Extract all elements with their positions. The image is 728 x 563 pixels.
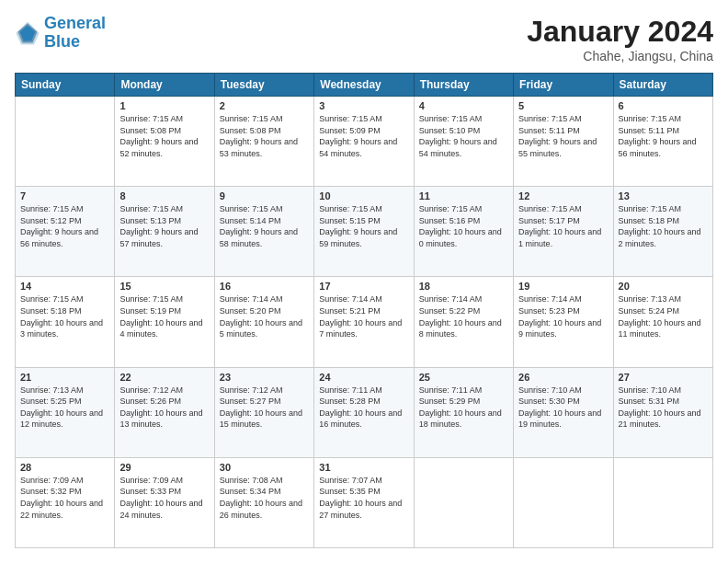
day-cell: 3Sunrise: 7:15 AMSunset: 5:09 PMDaylight…	[314, 97, 414, 187]
day-cell: 6Sunrise: 7:15 AMSunset: 5:11 PMDaylight…	[613, 97, 712, 187]
day-cell: 21Sunrise: 7:13 AMSunset: 5:25 PMDayligh…	[16, 367, 115, 457]
day-number: 18	[419, 281, 508, 292]
day-number: 26	[518, 372, 608, 383]
day-cell: 17Sunrise: 7:14 AMSunset: 5:21 PMDayligh…	[314, 277, 414, 367]
day-cell: 22Sunrise: 7:12 AMSunset: 5:26 PMDayligh…	[115, 367, 214, 457]
week-row-5: 28Sunrise: 7:09 AMSunset: 5:32 PMDayligh…	[16, 457, 713, 547]
day-cell	[514, 457, 613, 547]
logo-text: General Blue	[44, 15, 106, 52]
day-info: Sunrise: 7:13 AMSunset: 5:24 PMDaylight:…	[619, 293, 708, 339]
col-sunday: Sunday	[16, 74, 115, 97]
day-number: 15	[119, 281, 209, 292]
day-info: Sunrise: 7:15 AMSunset: 5:13 PMDaylight:…	[119, 203, 209, 249]
week-row-3: 14Sunrise: 7:15 AMSunset: 5:18 PMDayligh…	[16, 277, 713, 367]
day-number: 4	[419, 100, 508, 111]
day-cell: 9Sunrise: 7:15 AMSunset: 5:14 PMDaylight…	[214, 187, 313, 277]
day-info: Sunrise: 7:15 AMSunset: 5:11 PMDaylight:…	[619, 113, 708, 159]
day-number: 13	[619, 190, 708, 201]
logo: General Blue	[15, 15, 106, 52]
day-cell: 30Sunrise: 7:08 AMSunset: 5:34 PMDayligh…	[214, 457, 313, 547]
day-info: Sunrise: 7:11 AMSunset: 5:29 PMDaylight:…	[419, 385, 508, 431]
day-number: 17	[319, 281, 408, 292]
day-info: Sunrise: 7:12 AMSunset: 5:27 PMDaylight:…	[220, 385, 309, 431]
logo-general: General	[44, 14, 106, 32]
day-cell: 18Sunrise: 7:14 AMSunset: 5:22 PMDayligh…	[414, 277, 513, 367]
day-info: Sunrise: 7:11 AMSunset: 5:28 PMDaylight:…	[319, 385, 408, 431]
day-number: 31	[319, 462, 408, 473]
day-number: 21	[20, 372, 109, 383]
calendar-table: Sunday Monday Tuesday Wednesday Thursday…	[15, 73, 713, 548]
day-info: Sunrise: 7:15 AMSunset: 5:15 PMDaylight:…	[319, 203, 408, 249]
day-info: Sunrise: 7:14 AMSunset: 5:20 PMDaylight:…	[220, 293, 309, 339]
day-cell: 2Sunrise: 7:15 AMSunset: 5:08 PMDaylight…	[214, 97, 313, 187]
day-number: 1	[119, 100, 209, 111]
day-cell: 23Sunrise: 7:12 AMSunset: 5:27 PMDayligh…	[214, 367, 313, 457]
day-cell: 16Sunrise: 7:14 AMSunset: 5:20 PMDayligh…	[214, 277, 313, 367]
title-area: January 2024 Chahe, Jiangsu, China	[527, 15, 713, 63]
location: Chahe, Jiangsu, China	[527, 49, 713, 63]
day-info: Sunrise: 7:13 AMSunset: 5:25 PMDaylight:…	[20, 385, 109, 431]
day-number: 29	[119, 462, 209, 473]
day-cell: 10Sunrise: 7:15 AMSunset: 5:15 PMDayligh…	[314, 187, 414, 277]
day-number: 3	[319, 100, 408, 111]
week-row-4: 21Sunrise: 7:13 AMSunset: 5:25 PMDayligh…	[16, 367, 713, 457]
day-number: 6	[619, 100, 708, 111]
day-info: Sunrise: 7:09 AMSunset: 5:32 PMDaylight:…	[20, 475, 109, 521]
day-info: Sunrise: 7:14 AMSunset: 5:21 PMDaylight:…	[319, 293, 408, 339]
day-number: 28	[20, 462, 109, 473]
day-cell: 28Sunrise: 7:09 AMSunset: 5:32 PMDayligh…	[16, 457, 115, 547]
day-info: Sunrise: 7:09 AMSunset: 5:33 PMDaylight:…	[119, 475, 209, 521]
day-info: Sunrise: 7:15 AMSunset: 5:11 PMDaylight:…	[518, 113, 608, 159]
day-cell: 12Sunrise: 7:15 AMSunset: 5:17 PMDayligh…	[514, 187, 613, 277]
day-cell: 19Sunrise: 7:14 AMSunset: 5:23 PMDayligh…	[514, 277, 613, 367]
day-cell: 31Sunrise: 7:07 AMSunset: 5:35 PMDayligh…	[314, 457, 414, 547]
day-info: Sunrise: 7:14 AMSunset: 5:23 PMDaylight:…	[518, 293, 608, 339]
day-info: Sunrise: 7:15 AMSunset: 5:18 PMDaylight:…	[20, 293, 109, 339]
day-number: 19	[518, 281, 608, 292]
day-number: 20	[619, 281, 708, 292]
day-number: 16	[220, 281, 309, 292]
col-saturday: Saturday	[613, 74, 712, 97]
day-number: 5	[518, 100, 608, 111]
day-cell: 25Sunrise: 7:11 AMSunset: 5:29 PMDayligh…	[414, 367, 513, 457]
day-cell: 7Sunrise: 7:15 AMSunset: 5:12 PMDaylight…	[16, 187, 115, 277]
day-info: Sunrise: 7:15 AMSunset: 5:19 PMDaylight:…	[119, 293, 209, 339]
day-info: Sunrise: 7:14 AMSunset: 5:22 PMDaylight:…	[419, 293, 508, 339]
day-info: Sunrise: 7:07 AMSunset: 5:35 PMDaylight:…	[319, 475, 408, 521]
col-thursday: Thursday	[414, 74, 513, 97]
day-number: 9	[220, 190, 309, 201]
page: General Blue January 2024 Chahe, Jiangsu…	[0, 0, 728, 563]
week-row-2: 7Sunrise: 7:15 AMSunset: 5:12 PMDaylight…	[16, 187, 713, 277]
day-number: 7	[20, 190, 109, 201]
day-info: Sunrise: 7:15 AMSunset: 5:14 PMDaylight:…	[220, 203, 309, 249]
day-number: 2	[220, 100, 309, 111]
day-cell: 27Sunrise: 7:10 AMSunset: 5:31 PMDayligh…	[613, 367, 712, 457]
day-cell	[613, 457, 712, 547]
month-title: January 2024	[527, 15, 713, 49]
col-monday: Monday	[115, 74, 214, 97]
day-info: Sunrise: 7:10 AMSunset: 5:31 PMDaylight:…	[619, 385, 708, 431]
day-number: 25	[419, 372, 508, 383]
day-info: Sunrise: 7:15 AMSunset: 5:16 PMDaylight:…	[419, 203, 508, 249]
day-number: 8	[119, 190, 209, 201]
day-info: Sunrise: 7:15 AMSunset: 5:08 PMDaylight:…	[119, 113, 209, 159]
day-number: 22	[119, 372, 209, 383]
day-info: Sunrise: 7:15 AMSunset: 5:12 PMDaylight:…	[20, 203, 109, 249]
col-friday: Friday	[514, 74, 613, 97]
day-number: 11	[419, 190, 508, 201]
day-cell	[414, 457, 513, 547]
day-number: 27	[619, 372, 708, 383]
day-cell: 24Sunrise: 7:11 AMSunset: 5:28 PMDayligh…	[314, 367, 414, 457]
day-cell: 29Sunrise: 7:09 AMSunset: 5:33 PMDayligh…	[115, 457, 214, 547]
day-cell: 4Sunrise: 7:15 AMSunset: 5:10 PMDaylight…	[414, 97, 513, 187]
day-info: Sunrise: 7:15 AMSunset: 5:08 PMDaylight:…	[220, 113, 309, 159]
day-cell: 13Sunrise: 7:15 AMSunset: 5:18 PMDayligh…	[613, 187, 712, 277]
day-cell: 26Sunrise: 7:10 AMSunset: 5:30 PMDayligh…	[514, 367, 613, 457]
day-cell: 5Sunrise: 7:15 AMSunset: 5:11 PMDaylight…	[514, 97, 613, 187]
day-info: Sunrise: 7:15 AMSunset: 5:17 PMDaylight:…	[518, 203, 608, 249]
day-cell: 14Sunrise: 7:15 AMSunset: 5:18 PMDayligh…	[16, 277, 115, 367]
day-cell: 1Sunrise: 7:15 AMSunset: 5:08 PMDaylight…	[115, 97, 214, 187]
day-info: Sunrise: 7:12 AMSunset: 5:26 PMDaylight:…	[119, 385, 209, 431]
day-info: Sunrise: 7:15 AMSunset: 5:18 PMDaylight:…	[619, 203, 708, 249]
day-cell: 8Sunrise: 7:15 AMSunset: 5:13 PMDaylight…	[115, 187, 214, 277]
